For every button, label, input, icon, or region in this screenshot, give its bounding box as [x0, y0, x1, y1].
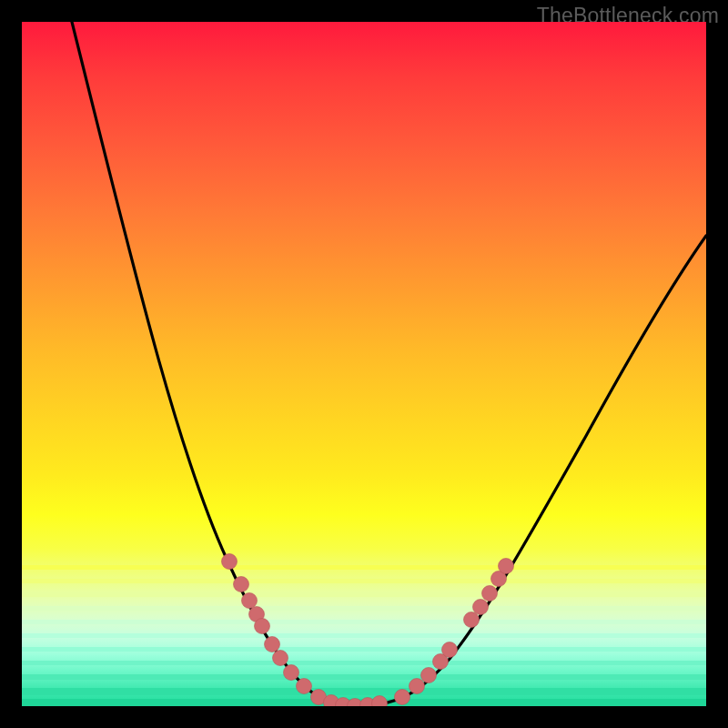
data-marker	[297, 679, 312, 694]
curve-layer	[22, 22, 706, 706]
data-marker	[265, 637, 280, 652]
data-marker	[273, 651, 288, 666]
bottleneck-curve	[72, 22, 706, 706]
data-marker	[499, 559, 514, 574]
data-marker	[464, 612, 480, 628]
data-marker	[372, 696, 388, 707]
data-marker	[473, 600, 489, 615]
data-marker	[410, 679, 425, 694]
data-marker	[255, 619, 270, 634]
data-marker	[234, 577, 249, 592]
data-marker	[421, 668, 437, 683]
data-marker	[482, 586, 498, 602]
data-marker	[222, 554, 238, 570]
data-marker	[442, 642, 458, 658]
data-marker	[395, 690, 410, 705]
data-marker	[284, 665, 299, 681]
data-marker	[242, 593, 258, 609]
plot-area	[22, 22, 706, 706]
chart-frame: TheBottleneck.com	[0, 0, 728, 728]
